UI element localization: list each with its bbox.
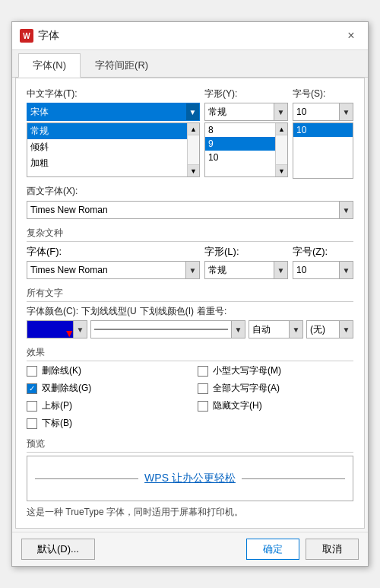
effect-all-caps[interactable]: 全部大写字母(A) (198, 382, 353, 395)
size-scroll-up[interactable]: ▲ (276, 123, 287, 135)
ok-button[interactable]: 确定 (246, 539, 299, 560)
complex-section-title: 复杂文种 (27, 227, 353, 242)
effect-small-caps[interactable]: 小型大写字母(M) (198, 364, 353, 377)
size-label: 字号(S): (293, 87, 353, 100)
en-font-value: Times New Roman (27, 205, 339, 215)
color-arrow-indicator: ▼ (64, 327, 74, 339)
complex-style-arrow[interactable]: ▼ (274, 262, 287, 278)
emphasis-select[interactable]: (无) ▼ (306, 320, 353, 338)
tab-spacing[interactable]: 字符间距(R) (81, 53, 163, 77)
color-swatch[interactable]: ▼ (27, 321, 73, 338)
effect-hidden[interactable]: 隐藏文字(H) (198, 399, 353, 412)
strikethrough-checkbox[interactable] (27, 366, 37, 377)
preview-section-title: 预览 (27, 437, 353, 453)
size-col: 10 ▼ 10 (293, 103, 353, 179)
style-item-bold[interactable]: 加粗 (27, 155, 199, 171)
size-list-item-10[interactable]: 10 (293, 123, 353, 137)
complex-font-label: 字体(F): (27, 245, 200, 259)
all-caps-checkbox[interactable] (198, 383, 208, 394)
superscript-checkbox[interactable] (27, 401, 37, 412)
preview-box: WPS 让办公更轻松 (27, 456, 353, 501)
complex-style-select[interactable]: 常规 ▼ (204, 261, 288, 279)
complex-font-select[interactable]: Times New Roman ▼ (27, 261, 200, 279)
underline-type-arrow[interactable]: ▼ (231, 321, 245, 338)
subscript-checkbox[interactable] (27, 418, 37, 429)
cn-font-arrow[interactable]: ▼ (185, 103, 199, 120)
complex-font-arrow[interactable]: ▼ (185, 262, 199, 278)
underline-color-value: 自动 (249, 323, 289, 336)
style-list-container: 常规 倾斜 加粗 ▲ ▼ (27, 122, 200, 177)
style-value: 常规 (205, 106, 274, 119)
top-fields-row: 宋体 ▼ 常规 倾斜 加粗 ▲ ▼ (27, 103, 353, 179)
cn-font-col: 宋体 ▼ 常规 倾斜 加粗 ▲ ▼ (27, 103, 200, 177)
complex-size-label: 字号(Z): (293, 245, 353, 259)
complex-labels-row: 字体(F): 字形(L): 字号(Z): (27, 245, 353, 259)
en-font-label: 西文字体(X): (27, 185, 353, 198)
emphasis-arrow[interactable]: ▼ (339, 321, 353, 338)
complex-fields-row: Times New Roman ▼ 常规 ▼ 10 ▼ (27, 261, 353, 279)
effects-grid: 删除线(K) 双删除线(G) 上标(P) 下标(B) 小型大 (27, 364, 353, 430)
size-list-container: 8 9 10 ▲ ▼ (204, 122, 288, 177)
hidden-label: 隐藏文字(H) (213, 399, 262, 412)
strikethrough-label: 删除线(K) (42, 364, 81, 377)
underline-color-label: 下划线颜色(I) (140, 305, 194, 318)
size-scroll-track[interactable] (276, 135, 287, 164)
style-col: 常规 ▼ 8 9 10 ▲ ▼ (204, 103, 288, 177)
underline-color-select[interactable]: 自动 ▼ (249, 320, 303, 338)
color-label: 字体颜色(C): (27, 305, 78, 318)
style-scroll-track[interactable] (188, 135, 199, 164)
double-strikethrough-label: 双删除线(G) (42, 382, 91, 395)
style-item-italic[interactable]: 倾斜 (27, 139, 199, 155)
style-item-regular[interactable]: 常规 (27, 123, 199, 139)
underline-line (94, 329, 228, 330)
effect-strikethrough[interactable]: 删除线(K) (27, 364, 182, 377)
default-button[interactable]: 默认(D)... (21, 539, 95, 560)
small-caps-checkbox[interactable] (198, 366, 208, 377)
style-scroll-up[interactable]: ▲ (188, 123, 199, 135)
color-picker[interactable]: ▼ ▼ (27, 320, 87, 338)
size-scroll-down[interactable]: ▼ (276, 164, 287, 176)
size-select[interactable]: 10 ▼ (293, 103, 353, 121)
double-strikethrough-checkbox[interactable] (27, 383, 37, 394)
style-scrollbar: ▲ ▼ (187, 123, 199, 176)
cancel-button[interactable]: 取消 (306, 539, 359, 560)
style-arrow[interactable]: ▼ (274, 103, 287, 120)
style-label: 字形(Y): (204, 87, 288, 100)
style-select[interactable]: 常规 ▼ (204, 103, 288, 121)
color-dropdown-arrow[interactable]: ▼ (73, 321, 87, 338)
small-caps-label: 小型大写字母(M) (213, 364, 281, 377)
top-labels-row: 中文字体(T): 字形(Y): 字号(S): (27, 87, 353, 100)
en-font-select[interactable]: Times New Roman ▼ (27, 201, 353, 219)
preview-line-left (35, 478, 138, 479)
cn-font-label: 中文字体(T): (27, 87, 200, 100)
effects-col-right: 小型大写字母(M) 全部大写字母(A) 隐藏文字(H) (198, 364, 353, 430)
complex-font-value: Times New Roman (27, 265, 185, 275)
cn-font-select[interactable]: 宋体 ▼ (27, 103, 200, 121)
complex-font-col: Times New Roman ▼ (27, 261, 200, 279)
wps-logo-icon: W (20, 29, 33, 43)
complex-size-col: 10 ▼ (293, 261, 353, 279)
complex-size-arrow[interactable]: ▼ (339, 262, 353, 278)
dialog-title: 字体 (38, 29, 59, 43)
underline-type-label: 下划线线型(U (81, 305, 137, 318)
complex-size-select[interactable]: 10 ▼ (293, 261, 353, 279)
close-button[interactable]: × (342, 27, 360, 45)
tab-font[interactable]: 字体(N) (18, 53, 81, 78)
underline-type-select[interactable]: ▼ (90, 320, 245, 338)
effect-superscript[interactable]: 上标(P) (27, 399, 182, 412)
subscript-label: 下标(B) (42, 417, 72, 430)
hidden-checkbox[interactable] (198, 401, 208, 412)
preview-line-right (242, 478, 345, 479)
size-extra-area: 10 (293, 122, 353, 179)
size-value: 10 (293, 106, 339, 117)
cn-font-value: 宋体 (27, 106, 185, 119)
size-arrow[interactable]: ▼ (339, 103, 353, 120)
en-font-arrow[interactable]: ▼ (339, 202, 353, 218)
underline-color-arrow[interactable]: ▼ (289, 321, 302, 338)
tab-bar: 字体(N) 字符间距(R) (12, 50, 368, 78)
complex-style-label: 字形(L): (204, 245, 288, 259)
style-scroll-down[interactable]: ▼ (188, 164, 199, 176)
effect-double-strikethrough[interactable]: 双删除线(G) (27, 382, 182, 395)
effects-section-title: 效果 (27, 346, 353, 361)
effect-subscript[interactable]: 下标(B) (27, 417, 182, 430)
